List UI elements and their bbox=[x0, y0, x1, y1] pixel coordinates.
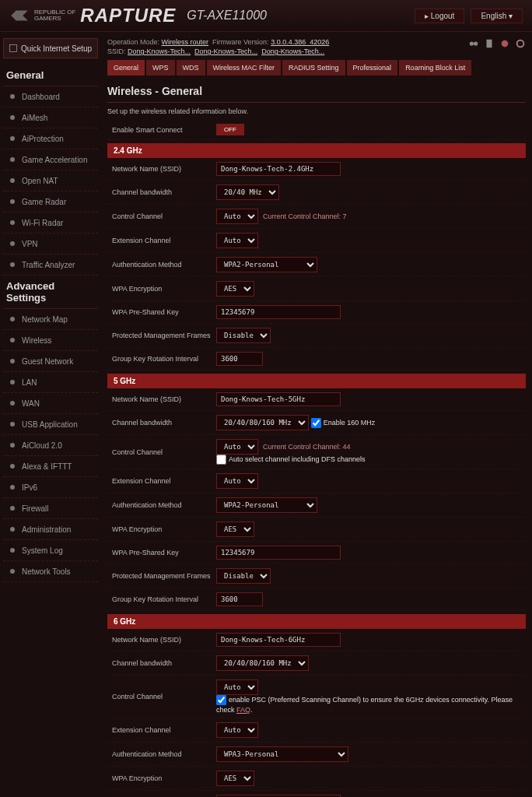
sidebar-item-label: VPN bbox=[22, 240, 38, 248]
menu-icon bbox=[8, 504, 17, 513]
sidebar-advanced-item-1[interactable]: Wireless bbox=[3, 330, 98, 351]
svg-point-21 bbox=[10, 548, 15, 553]
sidebar-general-item-6[interactable]: Wi-Fi Radar bbox=[3, 212, 98, 233]
fw-link[interactable]: 3.0.0.4.386_42026 bbox=[271, 38, 329, 46]
enc-5-select[interactable]: AES bbox=[216, 521, 254, 537]
psk-24-input[interactable] bbox=[216, 305, 341, 319]
sidebar-advanced-item-11[interactable]: System Log bbox=[3, 540, 98, 561]
tab-radius-setting[interactable]: RADIUS Setting bbox=[282, 60, 345, 75]
client-icon[interactable] bbox=[468, 38, 479, 49]
svg-point-24 bbox=[474, 41, 478, 45]
ssid-24-input[interactable] bbox=[216, 162, 341, 176]
sidebar-item-label: LAN bbox=[22, 378, 37, 387]
svg-point-18 bbox=[10, 485, 15, 490]
ext-24-select[interactable]: Auto bbox=[216, 233, 258, 248]
sidebar-advanced-item-5[interactable]: USB Application bbox=[3, 414, 98, 435]
sidebar-advanced-item-12[interactable]: Network Tools bbox=[3, 561, 98, 582]
language-select[interactable]: English ▾ bbox=[471, 9, 523, 23]
sidebar-advanced-item-4[interactable]: WAN bbox=[3, 393, 98, 414]
auth-6-select[interactable]: WPA3-Personal bbox=[216, 746, 348, 762]
sidebar-advanced-item-9[interactable]: Firewall bbox=[3, 498, 98, 519]
sidebar-general-item-3[interactable]: Game Acceleration bbox=[3, 149, 98, 170]
sidebar-advanced-item-2[interactable]: Guest Network bbox=[3, 351, 98, 372]
sidebar-general-item-7[interactable]: VPN bbox=[3, 233, 98, 255]
enc-6-select[interactable]: AES bbox=[216, 771, 254, 786]
pmf-5-select[interactable]: Disable bbox=[216, 568, 271, 584]
sidebar-item-label: IPv6 bbox=[22, 483, 37, 492]
psc-checkbox[interactable] bbox=[216, 695, 226, 705]
enc-24-select[interactable]: AES bbox=[216, 281, 254, 297]
enable-160-checkbox[interactable] bbox=[311, 418, 321, 428]
menu-icon bbox=[8, 113, 17, 122]
svg-point-3 bbox=[10, 136, 15, 141]
sidebar-general-item-2[interactable]: AiProtection bbox=[3, 128, 98, 149]
gkri-24-input[interactable] bbox=[216, 352, 263, 366]
ssid-link-2[interactable]: Dong-Knows-Tech... bbox=[194, 47, 257, 55]
tab-roaming-block-list[interactable]: Roaming Block List bbox=[399, 60, 471, 75]
sidebar-item-label: Wi-Fi Radar bbox=[22, 219, 63, 227]
sidebar-general-item-4[interactable]: Open NAT bbox=[3, 170, 98, 191]
smart-connect-toggle[interactable]: OFF bbox=[216, 124, 244, 135]
faq-link[interactable]: FAQ bbox=[236, 706, 250, 714]
sidebar: Quick Internet Setup General DashboardAi… bbox=[0, 32, 101, 797]
menu-icon bbox=[8, 218, 17, 227]
auth-5-select[interactable]: WPA2-Personal bbox=[216, 497, 317, 513]
menu-icon bbox=[8, 239, 17, 248]
smart-connect-label: Enable Smart Connect bbox=[107, 126, 216, 134]
gear-icon[interactable] bbox=[515, 38, 526, 49]
svg-point-13 bbox=[10, 380, 15, 384]
ssid-5-input[interactable] bbox=[216, 392, 341, 406]
sidebar-advanced-item-3[interactable]: LAN bbox=[3, 372, 98, 393]
tab-wps[interactable]: WPS bbox=[146, 60, 175, 75]
auth-24-select[interactable]: WPA2-Personal bbox=[216, 257, 317, 272]
svg-point-4 bbox=[10, 157, 15, 162]
bw-24-select[interactable]: 20/40 MHz bbox=[216, 184, 279, 200]
svg-point-12 bbox=[10, 359, 15, 363]
logout-button[interactable]: ▸ Logout bbox=[415, 9, 464, 23]
sidebar-advanced-item-7[interactable]: Alexa & IFTTT bbox=[3, 456, 98, 477]
sidebar-general-item-5[interactable]: Game Radar bbox=[3, 191, 98, 212]
psk-5-input[interactable] bbox=[216, 546, 341, 560]
svg-point-20 bbox=[10, 527, 15, 532]
dfs-checkbox[interactable] bbox=[216, 455, 226, 465]
brand-name: RAPTURE bbox=[80, 5, 176, 26]
sidebar-advanced-item-10[interactable]: Administration bbox=[3, 519, 98, 540]
sidebar-general-item-0[interactable]: Dashboard bbox=[3, 86, 98, 107]
ctrl-6-select[interactable]: Auto bbox=[216, 679, 258, 695]
tab-wds[interactable]: WDS bbox=[177, 60, 205, 75]
page-subtitle: Set up the wireless related information … bbox=[107, 103, 526, 120]
sidebar-advanced-item-0[interactable]: Network Map bbox=[3, 309, 98, 330]
svg-point-23 bbox=[470, 41, 474, 45]
ext-5-select[interactable]: Auto bbox=[216, 473, 258, 489]
quick-internet-setup-button[interactable]: Quick Internet Setup bbox=[3, 38, 98, 58]
usb-icon[interactable] bbox=[484, 38, 495, 49]
ext-6-select[interactable]: Auto bbox=[216, 722, 258, 738]
sidebar-advanced-item-8[interactable]: IPv6 bbox=[3, 477, 98, 498]
ctrl-5-hint: Current Control Channel: 44 bbox=[263, 443, 351, 451]
gkri-5-input[interactable] bbox=[216, 592, 263, 606]
sidebar-general-header: General bbox=[3, 65, 98, 86]
ctrl-24-select[interactable]: Auto bbox=[216, 209, 258, 224]
ctrl-5-select[interactable]: Auto bbox=[216, 439, 258, 455]
menu-icon bbox=[8, 377, 17, 387]
tab-professional[interactable]: Professional bbox=[347, 60, 398, 75]
svg-point-22 bbox=[10, 569, 15, 574]
sidebar-advanced-item-6[interactable]: AiCloud 2.0 bbox=[3, 435, 98, 456]
ssid-6-input[interactable] bbox=[216, 633, 341, 647]
svg-point-9 bbox=[10, 262, 15, 267]
sidebar-general-item-8[interactable]: Traffic Analyzer bbox=[3, 255, 98, 276]
tab-wireless-mac-filter[interactable]: Wireless MAC Filter bbox=[207, 60, 282, 75]
bw-6-select[interactable]: 20/40/80/160 MHz bbox=[216, 655, 309, 671]
bw-5-select[interactable]: 20/40/80/160 MHz bbox=[216, 415, 309, 430]
menu-icon bbox=[8, 462, 17, 471]
svg-point-17 bbox=[10, 464, 15, 469]
sidebar-general-item-1[interactable]: AiMesh bbox=[3, 107, 98, 128]
status-icon[interactable] bbox=[499, 38, 510, 49]
ssid-link-3[interactable]: Dong-Knows-Tech... bbox=[261, 47, 324, 55]
op-mode-link[interactable]: Wireless router bbox=[162, 38, 209, 46]
sidebar-advanced-header: Advanced Settings bbox=[3, 276, 98, 309]
tab-general[interactable]: General bbox=[107, 60, 145, 75]
pmf-24-select[interactable]: Disable bbox=[216, 328, 271, 343]
logo-area: REPUBLIC OF GAMERS RAPTURE GT-AXE11000 bbox=[9, 5, 267, 26]
ssid-link-1[interactable]: Dong-Knows-Tech... bbox=[128, 47, 191, 55]
